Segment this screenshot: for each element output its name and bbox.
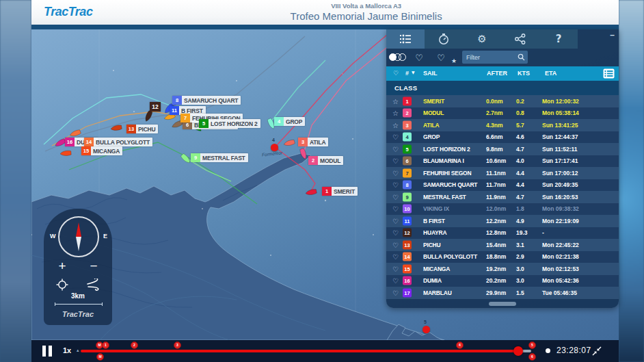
panel-minimize-button[interactable]: – bbox=[610, 30, 615, 40]
favorites-toggle[interactable]: ♡ bbox=[408, 53, 430, 63]
favorite-icon[interactable]: ♡ bbox=[392, 133, 399, 141]
timeline-mark[interactable]: 5 bbox=[528, 341, 536, 349]
playback-clock: 23:28:07 bbox=[556, 346, 591, 355]
sort-caret-icon[interactable]: ▼ bbox=[412, 70, 415, 75]
panel-drag-handle[interactable] bbox=[489, 302, 516, 306]
favorite-icon[interactable]: ♡ bbox=[392, 145, 399, 153]
rank-badge: 15 bbox=[403, 264, 412, 273]
table-row[interactable]: ♡ 12 HUAYRA 12.8nm 19.3 - bbox=[386, 227, 619, 240]
tab-leaderboard[interactable] bbox=[386, 29, 425, 49]
boat-shape[interactable] bbox=[283, 140, 295, 147]
table-row[interactable]: ♡ 11 B FIRST 12.2nm 4.9 Mon 22:19:09 bbox=[386, 215, 619, 227]
table-row[interactable]: ♡ 10 VIKING IX 12.0nm 1.8 Mon 09:38:32 bbox=[386, 203, 619, 216]
tab-timer[interactable] bbox=[425, 29, 463, 49]
trails-icon bbox=[389, 53, 406, 61]
table-row[interactable]: ♡ 14 BULLA POLYGLOTT 18.8nm 2.9 Mon 02:2… bbox=[386, 251, 619, 263]
favorite-icon[interactable]: ♡ bbox=[392, 169, 399, 177]
boat-map-label[interactable]: 3 ATILA bbox=[298, 138, 328, 146]
boat-map-label[interactable]: 2 MODUL bbox=[308, 156, 343, 165]
favorite-column-icon[interactable]: ♡ bbox=[393, 70, 399, 77]
tab-settings[interactable]: ⚙ bbox=[463, 29, 501, 49]
favorite-icon[interactable]: ♡ bbox=[392, 289, 399, 296]
list-view-icon[interactable] bbox=[603, 68, 615, 79]
trails-toggle[interactable] bbox=[386, 51, 408, 64]
zoom-in-button[interactable]: + bbox=[53, 259, 71, 274]
tractrac-logo[interactable]: TracTrac bbox=[44, 5, 92, 19]
compass-needle bbox=[59, 218, 98, 256]
boat-map-label[interactable]: 9 MESTRAL FAST bbox=[191, 153, 248, 162]
rank-badge: 16 bbox=[403, 276, 412, 285]
timeline-mark[interactable]: 2 bbox=[131, 341, 138, 349]
eta-column-header[interactable]: ETA bbox=[545, 70, 556, 77]
compass[interactable]: W E bbox=[58, 216, 99, 257]
favorite-icon[interactable]: ♡ bbox=[392, 157, 399, 165]
pause-button[interactable] bbox=[42, 346, 53, 357]
boat-map-label[interactable]: 1 SMERIT bbox=[322, 187, 358, 196]
boat-shape[interactable] bbox=[144, 110, 152, 122]
table-row[interactable]: ♡ 9 MESTRAL FAST 11.9nm 4.7 Sun 16:20:53 bbox=[386, 191, 619, 203]
boat-rank-badge: 3 bbox=[298, 138, 308, 146]
boat-map-label[interactable]: 4 GROP bbox=[274, 117, 305, 126]
favorite-icon[interactable]: ♡ bbox=[392, 241, 399, 248]
table-row[interactable]: ♡ 17 MARBLAU 29.9nm 1.5 Tue 05:46:35 bbox=[386, 287, 619, 299]
table-row[interactable]: ♡ 15 MICANGA 19.2nm 3.0 Mon 02:12:53 bbox=[386, 263, 619, 275]
sail-column-header[interactable]: SAIL bbox=[423, 70, 438, 77]
favorite-icon[interactable]: ♡ bbox=[392, 277, 399, 285]
table-row[interactable]: ♡ 16 DUMIA 20.2nm 3.0 Mon 05:42:36 bbox=[386, 275, 619, 287]
timeline-mark[interactable]: 1 bbox=[102, 341, 109, 349]
course-mark[interactable]: 5 bbox=[422, 326, 430, 333]
track-line bbox=[304, 42, 394, 151]
table-row[interactable]: ♡ 8 SAMARUCH QUART 11.7nm 4.4 Sun 20:49:… bbox=[386, 179, 619, 192]
favorite-icon[interactable]: ☆ bbox=[392, 109, 399, 117]
filter-input[interactable] bbox=[465, 53, 518, 62]
kts-value: 3.1 bbox=[516, 242, 524, 248]
header: TracTrac VIII Volta a Mallorca A3 Trofeo… bbox=[31, 0, 619, 25]
boat-shape[interactable] bbox=[60, 151, 72, 156]
zoom-out-button[interactable]: − bbox=[85, 259, 103, 274]
boat-shape[interactable] bbox=[305, 189, 317, 196]
after-column-header[interactable]: AFTER bbox=[487, 70, 507, 77]
after-value: 11.1nm bbox=[486, 170, 506, 177]
collapse-icon[interactable] bbox=[592, 346, 602, 356]
table-row[interactable]: ☆ 3 ATILA 4.3nm 5.7 Sun 13:41:25 bbox=[386, 119, 619, 131]
timeline-mark[interactable]: 6 bbox=[528, 353, 536, 361]
timeline-mark[interactable]: 3 bbox=[174, 341, 181, 349]
tab-share[interactable] bbox=[501, 29, 539, 49]
table-row[interactable]: ☆ 1 SMERIT 0.0nm 0.2 Mon 12:00:32 bbox=[386, 95, 619, 107]
boat-map-label[interactable]: 12 bbox=[150, 102, 161, 111]
boat-map-label[interactable]: 15 MICANGA bbox=[81, 146, 122, 155]
favorite-icon[interactable]: ♡ bbox=[392, 217, 399, 224]
table-row[interactable]: ♡ 4 GROP 6.6nm 4.6 Sun 12:44:37 bbox=[386, 131, 619, 144]
table-row[interactable]: ♡ 13 PICHU 15.4nm 3.1 Mon 22:45:22 bbox=[386, 239, 619, 251]
playback-speed[interactable]: 1x bbox=[63, 346, 71, 354]
timeline-mark[interactable]: 4 bbox=[456, 341, 464, 349]
tab-help[interactable]: ? bbox=[539, 29, 578, 49]
favorite-icon[interactable]: ♡ bbox=[392, 265, 399, 272]
table-row[interactable]: ☆ 2 MODUL 2.7nm 0.8 Mon 05:38:14 bbox=[386, 107, 619, 120]
timeline-playhead[interactable] bbox=[513, 346, 523, 356]
gear-icon: ⚙ bbox=[477, 33, 486, 45]
kts-column-header[interactable]: KTS bbox=[518, 70, 530, 77]
favorite-icon[interactable]: ☆ bbox=[392, 121, 399, 129]
favorite-icon[interactable]: ♡ bbox=[392, 181, 399, 189]
favorites-star-toggle[interactable]: ♡★ bbox=[430, 53, 452, 63]
wind-icon[interactable] bbox=[86, 279, 100, 291]
favorite-icon[interactable]: ♡ bbox=[392, 205, 399, 213]
table-row[interactable]: ♡ 5 LOST HORIZON 2 9.8nm 4.7 Sun 11:52:1… bbox=[386, 143, 619, 155]
boat-map-label[interactable]: 5 LOST HORIZON 2 bbox=[199, 119, 260, 128]
timeline-mark[interactable]: M bbox=[96, 353, 104, 361]
favorite-icon[interactable]: ♡ bbox=[392, 229, 399, 237]
locate-icon[interactable] bbox=[56, 279, 68, 291]
table-row[interactable]: ♡ 7 FEHURIHI SEGON 11.1nm 4.4 Sun 17:00:… bbox=[386, 167, 619, 179]
header-accent-strip bbox=[31, 25, 619, 29]
favorite-icon[interactable]: ♡ bbox=[392, 253, 399, 261]
boat-map-label[interactable]: 14 BULLA POLYGLOTT bbox=[84, 138, 152, 146]
boat-map-label[interactable]: 8 SAMARUCH QUART bbox=[172, 96, 241, 105]
timeline-played[interactable] bbox=[81, 350, 518, 352]
rank-column-header[interactable]: # bbox=[405, 70, 409, 77]
table-row[interactable]: ♡ 6 BLAUMARINA I 10.6nm 4.0 Sun 17:17:41 bbox=[386, 155, 619, 168]
favorite-icon[interactable]: ♡ bbox=[392, 193, 399, 201]
favorite-icon[interactable]: ☆ bbox=[392, 97, 399, 105]
boat-map-label[interactable]: 13 PICHU bbox=[126, 125, 158, 133]
after-value: 12.8nm bbox=[486, 229, 506, 236]
